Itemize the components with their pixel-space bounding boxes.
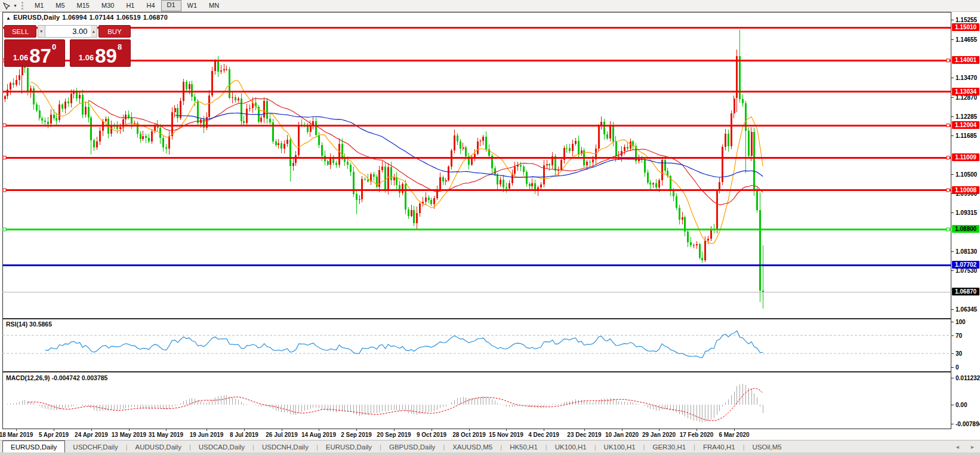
- date-tick: [129, 429, 130, 431]
- tool-dropdown-caret-icon[interactable]: ▼: [13, 4, 19, 8]
- chart-tab-UK100-H1[interactable]: UK100,H1: [547, 441, 594, 453]
- chart-tab-AUDUSD-Daily[interactable]: AUDUSD,Daily: [128, 441, 189, 453]
- ma-line-medium: [88, 98, 763, 205]
- hline-handle[interactable]: [947, 59, 950, 62]
- candle-body: [731, 113, 732, 147]
- rsi-indicator-pane[interactable]: [2, 319, 951, 372]
- hline-handle[interactable]: [947, 228, 950, 231]
- volume-increase-icon[interactable]: ▲: [91, 25, 98, 38]
- collapse-chart-icon[interactable]: ▲: [6, 16, 11, 21]
- hline-handle[interactable]: [3, 156, 6, 159]
- date-tick: [207, 429, 207, 431]
- chart-tab-UK100-H1[interactable]: UK100,H1: [596, 441, 643, 453]
- candle-body: [47, 122, 49, 124]
- candle-body: [679, 208, 680, 219]
- candle-body: [217, 61, 219, 72]
- chart-tab-HK50-H1[interactable]: HK50,H1: [502, 441, 546, 453]
- candle-body: [618, 156, 620, 156]
- main-chart-pane[interactable]: [2, 12, 951, 319]
- chart-tab-GBPUSD-Daily[interactable]: GBPUSD,Daily: [381, 441, 443, 453]
- candle-body: [439, 177, 441, 189]
- price-level-badge: 1.12004: [952, 121, 979, 129]
- sell-price-prefix: 1.06: [13, 53, 28, 62]
- candle-body: [232, 97, 233, 98]
- timeframe-button-M5[interactable]: M5: [50, 0, 70, 11]
- date-tick: [584, 429, 585, 431]
- candle-body: [572, 144, 574, 151]
- candle-body: [235, 97, 236, 100]
- timeframe-button-H1[interactable]: H1: [120, 0, 140, 11]
- hline-handle[interactable]: [3, 228, 6, 231]
- chart-tab-EURUSD-Daily[interactable]: EURUSD,Daily: [2, 440, 65, 453]
- timeframe-button-H4[interactable]: H4: [140, 0, 161, 11]
- tick-dash: [951, 78, 954, 78]
- sell-button[interactable]: SELL: [4, 25, 36, 38]
- candle-body: [390, 167, 392, 180]
- chart-tab-USDCHF-Daily[interactable]: USDCHF,Daily: [65, 441, 125, 453]
- timeframe-button-D1[interactable]: D1: [161, 0, 181, 11]
- hline-handle[interactable]: [3, 124, 6, 127]
- macd-scale-tick: 0.011232: [951, 374, 980, 381]
- candle-body: [531, 183, 533, 186]
- candle-body: [292, 163, 294, 166]
- price-tick: 1.06345: [951, 306, 977, 313]
- chart-tab-XAUUSD-M5[interactable]: XAUUSD,M5: [445, 441, 500, 453]
- candle-body: [151, 131, 153, 141]
- chart-tab-EURUSD-Daily[interactable]: EURUSD,Daily: [318, 441, 380, 453]
- volume-input[interactable]: [45, 25, 91, 38]
- tick-dash: [951, 20, 954, 20]
- hline-handle[interactable]: [947, 124, 950, 127]
- price-tick: 1.13470: [951, 74, 977, 81]
- buy-button[interactable]: BUY: [98, 25, 131, 38]
- buy-price-display[interactable]: 1.06 89 8: [70, 39, 131, 67]
- candle-body: [44, 121, 46, 122]
- date-axis[interactable]: 18 Mar 20195 Apr 201924 Apr 201913 May 2…: [2, 429, 951, 440]
- candle-body: [463, 147, 464, 149]
- timeframe-button-W1[interactable]: W1: [181, 0, 204, 11]
- candle-body: [174, 108, 176, 112]
- candle-body: [497, 174, 498, 184]
- timeframe-button-MN[interactable]: MN: [203, 0, 225, 11]
- candle-body: [534, 183, 536, 190]
- candle-body: [376, 177, 378, 187]
- chart-tab-FRA40-H1[interactable]: FRA40,H1: [695, 441, 743, 453]
- timeframe-button-M30[interactable]: M30: [95, 0, 120, 11]
- current-price-badge: 1.06870: [952, 288, 979, 295]
- candle-body: [396, 177, 397, 185]
- candle-body: [79, 95, 81, 99]
- rsi-label: RSI(14) 30.5865: [6, 321, 52, 328]
- candle-body: [119, 127, 121, 128]
- candle-body: [186, 82, 187, 89]
- sell-price-display[interactable]: 1.06 87 0: [4, 39, 65, 67]
- chart-tab-USDCAD-Daily[interactable]: USDCAD,Daily: [191, 441, 252, 453]
- candle-body: [751, 132, 753, 156]
- hline-handle[interactable]: [947, 189, 950, 192]
- candle-body: [428, 198, 430, 200]
- macd-signal-line: [28, 389, 763, 421]
- candle-body: [260, 118, 262, 122]
- hline-handle[interactable]: [947, 156, 950, 159]
- date-tick: [16, 429, 17, 431]
- candle-body: [162, 138, 164, 147]
- candle-body: [105, 119, 107, 121]
- date-tick: [734, 429, 735, 431]
- macd-label: MACD(12,26,9) -0.004742 0.003785: [6, 374, 107, 381]
- date-tick: [282, 429, 282, 431]
- volume-decrease-icon[interactable]: ▼: [38, 25, 45, 38]
- hline-handle[interactable]: [3, 189, 6, 192]
- timeframe-button-M1[interactable]: M1: [29, 0, 50, 11]
- tab-scroll-left-icon[interactable]: ◄: [955, 444, 960, 450]
- timeframe-button-M15[interactable]: M15: [71, 0, 95, 11]
- tab-scroll-right-icon[interactable]: ►: [970, 444, 975, 450]
- candle-body: [540, 184, 542, 187]
- chart-tab-GER30-H1[interactable]: GER30,H1: [645, 441, 694, 453]
- chart-tab-USDCNH-Daily[interactable]: USDCNH,Daily: [254, 441, 316, 453]
- candle-body: [756, 191, 758, 210]
- price-axis[interactable]: 1.152551.146551.134701.128701.122851.116…: [951, 12, 980, 430]
- chart-tab-USOil-M5[interactable]: USOil,M5: [745, 441, 790, 453]
- candle-body: [471, 158, 473, 164]
- crosshair-tool-icon[interactable]: [0, 1, 13, 11]
- macd-indicator-pane[interactable]: [2, 372, 951, 429]
- candle-body: [506, 187, 507, 189]
- candle-body: [208, 95, 210, 118]
